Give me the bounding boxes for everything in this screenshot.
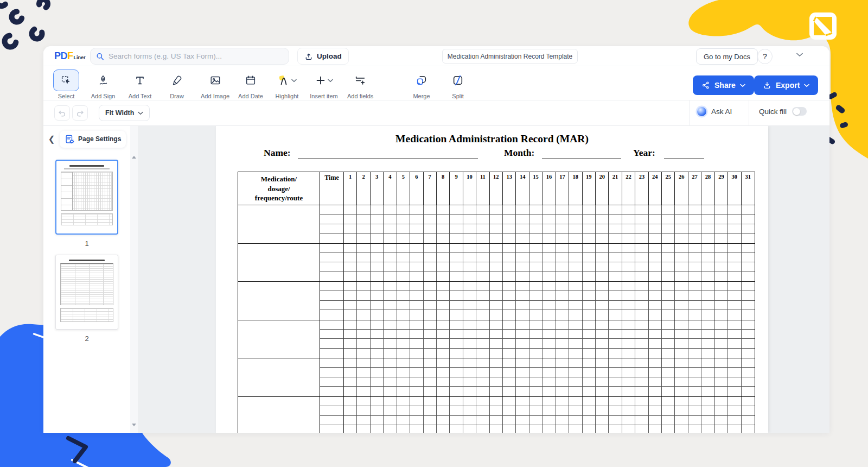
day-cell[interactable] xyxy=(649,272,662,281)
day-cell[interactable] xyxy=(344,368,357,377)
day-cell[interactable] xyxy=(635,282,648,291)
day-cell[interactable] xyxy=(529,244,542,253)
day-cell[interactable] xyxy=(742,224,755,234)
day-cell[interactable] xyxy=(463,358,476,368)
day-cell[interactable] xyxy=(583,406,596,416)
day-cell[interactable] xyxy=(516,214,529,224)
day-cell[interactable] xyxy=(476,301,489,310)
day-cell[interactable] xyxy=(437,234,450,243)
day-cell[interactable] xyxy=(688,377,701,387)
day-cell[interactable] xyxy=(344,282,357,291)
day-cell[interactable] xyxy=(635,214,648,224)
tool-split[interactable]: Split xyxy=(445,70,471,99)
day-cell[interactable] xyxy=(529,301,542,310)
day-cell[interactable] xyxy=(516,253,529,262)
day-cell[interactable] xyxy=(410,282,423,291)
day-cell[interactable] xyxy=(688,339,701,348)
day-cell[interactable] xyxy=(556,339,569,348)
day-cell[interactable] xyxy=(701,349,714,358)
document-title[interactable]: Medication Administration Record Templat… xyxy=(442,49,578,64)
day-cell[interactable] xyxy=(516,301,529,310)
day-cell[interactable] xyxy=(371,224,384,234)
day-cell[interactable] xyxy=(569,262,582,272)
day-cell[interactable] xyxy=(450,387,463,396)
day-cell[interactable] xyxy=(516,387,529,396)
day-cell[interactable] xyxy=(476,416,489,426)
medication-cell[interactable] xyxy=(238,358,320,396)
day-cell[interactable] xyxy=(675,234,688,243)
day-cell[interactable] xyxy=(609,301,622,310)
day-cell[interactable] xyxy=(688,205,701,214)
day-cell[interactable] xyxy=(357,387,370,396)
day-cell[interactable] xyxy=(529,387,542,396)
tool-highlight[interactable]: Highlight xyxy=(271,70,303,99)
day-cell[interactable] xyxy=(662,244,675,253)
day-cell[interactable] xyxy=(397,358,410,368)
day-cell[interactable] xyxy=(688,253,701,262)
day-cell[interactable] xyxy=(437,397,450,407)
day-cell[interactable] xyxy=(569,397,582,407)
day-cell[interactable] xyxy=(410,339,423,348)
time-cell[interactable] xyxy=(320,214,344,224)
day-cell[interactable] xyxy=(715,387,728,396)
day-cell[interactable] xyxy=(384,416,397,426)
help-button[interactable]: ? xyxy=(757,49,773,64)
day-cell[interactable] xyxy=(622,339,635,348)
day-cell[interactable] xyxy=(622,214,635,224)
day-cell[interactable] xyxy=(529,377,542,387)
day-cell[interactable] xyxy=(583,224,596,234)
day-cell[interactable] xyxy=(410,387,423,396)
day-cell[interactable] xyxy=(529,406,542,416)
day-cell[interactable] xyxy=(622,358,635,368)
day-cell[interactable] xyxy=(688,244,701,253)
day-cell[interactable] xyxy=(609,416,622,426)
day-cell[interactable] xyxy=(556,425,569,433)
day-cell[interactable] xyxy=(516,416,529,426)
day-cell[interactable] xyxy=(529,272,542,281)
day-cell[interactable] xyxy=(701,262,714,272)
day-cell[interactable] xyxy=(688,224,701,234)
day-cell[interactable] xyxy=(688,397,701,407)
day-cell[interactable] xyxy=(662,282,675,291)
day-cell[interactable] xyxy=(542,205,556,214)
day-cell[interactable] xyxy=(490,214,503,224)
day-cell[interactable] xyxy=(529,349,542,358)
day-cell[interactable] xyxy=(410,358,423,368)
search-input[interactable] xyxy=(108,52,283,60)
day-cell[interactable] xyxy=(424,397,437,407)
day-cell[interactable] xyxy=(410,320,423,330)
page-settings-button[interactable]: Page Settings xyxy=(60,131,126,148)
day-cell[interactable] xyxy=(728,301,741,310)
day-cell[interactable] xyxy=(649,358,662,368)
chevron-down-icon[interactable] xyxy=(796,53,803,57)
mar-table[interactable]: Medication/dosage/frequency/route Time 1… xyxy=(238,172,755,433)
day-cell[interactable] xyxy=(583,368,596,377)
day-cell[interactable] xyxy=(609,358,622,368)
day-cell[interactable] xyxy=(371,387,384,396)
day-cell[interactable] xyxy=(583,349,596,358)
day-cell[interactable] xyxy=(715,262,728,272)
day-cell[interactable] xyxy=(701,339,714,348)
day-cell[interactable] xyxy=(662,416,675,426)
day-cell[interactable] xyxy=(490,234,503,243)
day-cell[interactable] xyxy=(424,377,437,387)
day-cell[interactable] xyxy=(715,339,728,348)
day-cell[interactable] xyxy=(424,310,437,319)
day-cell[interactable] xyxy=(688,368,701,377)
day-cell[interactable] xyxy=(715,272,728,281)
day-cell[interactable] xyxy=(556,406,569,416)
day-cell[interactable] xyxy=(675,282,688,291)
day-cell[interactable] xyxy=(516,262,529,272)
day-cell[interactable] xyxy=(397,234,410,243)
day-cell[interactable] xyxy=(583,291,596,300)
day-cell[interactable] xyxy=(529,291,542,300)
day-cell[interactable] xyxy=(662,301,675,310)
day-cell[interactable] xyxy=(728,205,741,214)
day-cell[interactable] xyxy=(410,377,423,387)
day-cell[interactable] xyxy=(516,205,529,214)
day-cell[interactable] xyxy=(649,253,662,262)
day-cell[interactable] xyxy=(701,224,714,234)
day-cell[interactable] xyxy=(542,310,556,319)
day-cell[interactable] xyxy=(503,262,516,272)
day-cell[interactable] xyxy=(569,224,582,234)
